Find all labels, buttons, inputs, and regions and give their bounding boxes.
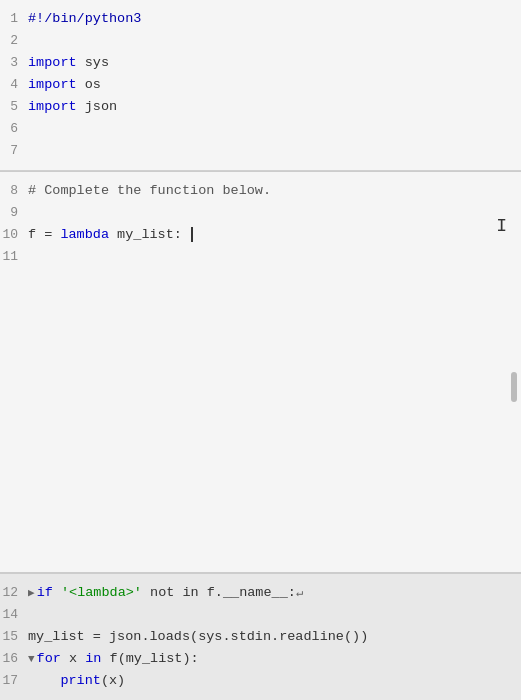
line-num-10: 10: [0, 224, 28, 246]
code-editor: 1 #!/bin/python3 2 3 import sys 4 import…: [0, 0, 521, 700]
line-10: 10 f = lambda my_list:: [0, 224, 521, 246]
line-num-6: 6: [0, 118, 28, 140]
line-4: 4 import os: [0, 74, 521, 96]
scrollbar[interactable]: [511, 372, 517, 402]
line-1: 1 #!/bin/python3: [0, 8, 521, 30]
line-num-16: 16: [0, 648, 28, 670]
line-content-3[interactable]: import sys: [28, 52, 109, 74]
line-num-8: 8: [0, 180, 28, 202]
line-num-4: 4: [0, 74, 28, 96]
line-7: 7: [0, 140, 521, 162]
line-num-1: 1: [0, 8, 28, 30]
middle-code-section[interactable]: 8 # Complete the function below. 9 10 f …: [0, 172, 521, 572]
fold-icon-16[interactable]: ▼: [28, 648, 35, 670]
line-num-14: 14: [0, 604, 28, 626]
line-15: 15 my_list = json.loads(sys.stdin.readli…: [0, 626, 521, 648]
line-3: 3 import sys: [0, 52, 521, 74]
line-content-1[interactable]: #!/bin/python3: [28, 8, 141, 30]
i-beam-cursor: I: [496, 216, 507, 236]
line-num-3: 3: [0, 52, 28, 74]
line-content-17[interactable]: print(x): [28, 670, 125, 692]
line-num-17: 17: [0, 670, 28, 692]
line-content-5[interactable]: import json: [28, 96, 117, 118]
line-2: 2: [0, 30, 521, 52]
line-num-15: 15: [0, 626, 28, 648]
line-content-4[interactable]: import os: [28, 74, 101, 96]
line-num-9: 9: [0, 202, 28, 224]
line-num-12: 12: [0, 582, 28, 604]
line-17: 17 print(x): [0, 670, 521, 692]
top-code-section: 1 #!/bin/python3 2 3 import sys 4 import…: [0, 0, 521, 171]
line-12: 12 ▶ if '<lambda>' not in f.__name__:↵: [0, 582, 521, 604]
line-14: 14: [0, 604, 521, 626]
line-9: 9: [0, 202, 521, 224]
line-content-8[interactable]: # Complete the function below.: [28, 180, 271, 202]
line-num-11: 11: [0, 246, 28, 268]
line-content-15[interactable]: my_list = json.loads(sys.stdin.readline(…: [28, 626, 368, 648]
line-8: 8 # Complete the function below.: [0, 180, 521, 202]
line-16: 16 ▼ for x in f(my_list):: [0, 648, 521, 670]
fold-icon-12[interactable]: ▶: [28, 582, 35, 604]
line-11: 11: [0, 246, 521, 268]
bottom-code-section: 12 ▶ if '<lambda>' not in f.__name__:↵ 1…: [0, 573, 521, 700]
line-content-12[interactable]: if '<lambda>' not in f.__name__:↵: [37, 582, 304, 604]
line-6: 6: [0, 118, 521, 140]
line-5: 5 import json: [0, 96, 521, 118]
line-num-2: 2: [0, 30, 28, 52]
line-content-10[interactable]: f = lambda my_list:: [28, 224, 193, 246]
line-num-7: 7: [0, 140, 28, 162]
line-content-16[interactable]: for x in f(my_list):: [37, 648, 199, 670]
text-cursor: [191, 227, 193, 242]
line-num-5: 5: [0, 96, 28, 118]
